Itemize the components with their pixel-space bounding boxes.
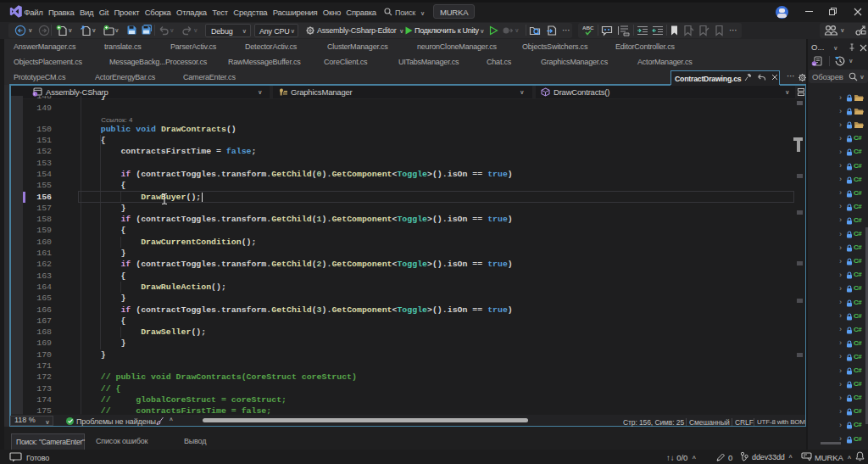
svg-text:ABC: ABC <box>582 25 594 31</box>
